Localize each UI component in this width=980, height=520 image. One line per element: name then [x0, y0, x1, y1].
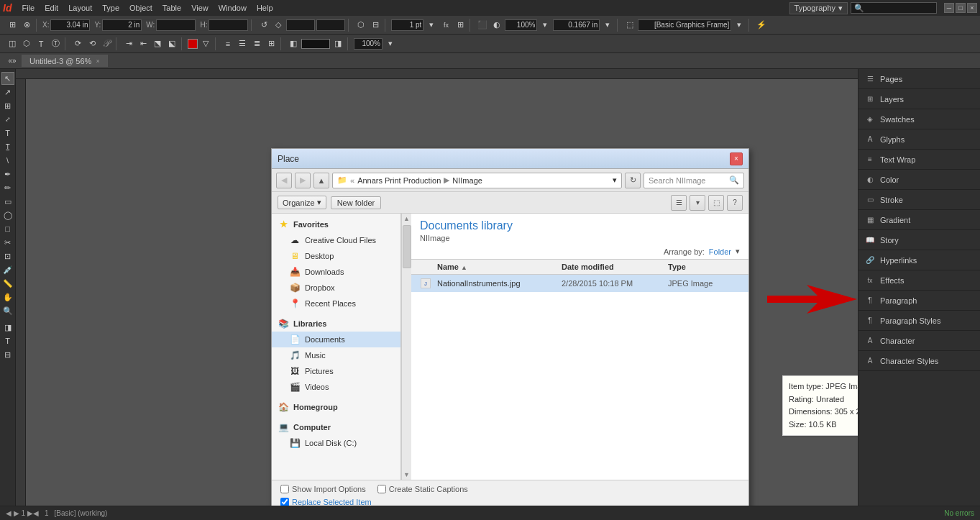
- sidebar-local-disk[interactable]: 💾 Local Disk (C:): [272, 435, 400, 451]
- replace-selected-checkbox[interactable]: [280, 498, 289, 506]
- view-help-button[interactable]: ?: [727, 195, 743, 211]
- tab-close-btn[interactable]: ×: [96, 58, 99, 65]
- panel-pages[interactable]: ☰ Pages: [858, 69, 980, 89]
- col-date-header[interactable]: Date modified: [562, 263, 662, 271]
- dialog-close-button[interactable]: ×: [730, 152, 743, 165]
- sidebar-scrollbar[interactable]: ▲ ▼: [401, 214, 411, 480]
- tool-type-vertical[interactable]: T̲: [1, 140, 14, 153]
- tool-rect[interactable]: □: [1, 222, 14, 235]
- search-box[interactable]: 🔍: [851, 2, 937, 14]
- tb2-icon3[interactable]: T: [35, 37, 47, 50]
- tool-fill-stroke[interactable]: ◨: [1, 321, 14, 334]
- tb2-align1[interactable]: ≡: [221, 37, 234, 50]
- menu-window[interactable]: Window: [214, 2, 251, 14]
- sidebar-music[interactable]: 🎵 Music: [272, 347, 400, 363]
- align-icon[interactable]: ⊟: [369, 19, 382, 32]
- tb2-zoom-dropdown[interactable]: ▾: [384, 37, 397, 50]
- file-row[interactable]: J NationalInstruments.jpg 2/28/2015 10:1…: [411, 275, 748, 292]
- nav-forward-button[interactable]: ▶: [295, 173, 311, 188]
- tool-scissor[interactable]: ✂: [1, 236, 14, 249]
- view-list-arrow[interactable]: ▾: [690, 195, 705, 211]
- tool-pen[interactable]: ✒: [1, 168, 14, 181]
- y-input[interactable]: [102, 19, 142, 31]
- menu-view[interactable]: View: [187, 2, 213, 14]
- tool-ellipse-frame[interactable]: ◯: [1, 209, 14, 222]
- menu-layout[interactable]: Layout: [64, 2, 96, 14]
- tool-line[interactable]: \: [1, 154, 14, 167]
- tb2-align2[interactable]: ☰: [236, 37, 249, 50]
- lightning-icon[interactable]: ⚡: [755, 19, 768, 32]
- tool-measure[interactable]: 📏: [1, 277, 14, 290]
- scroll-thumb[interactable]: [403, 225, 411, 268]
- scroll-down[interactable]: ▼: [403, 471, 410, 478]
- panel-text-wrap[interactable]: ≡ Text Wrap: [858, 150, 980, 170]
- tb2-spacing3[interactable]: ⬔: [151, 37, 164, 50]
- tb2-align4[interactable]: ⊞: [265, 37, 278, 50]
- col-name-header[interactable]: Name ▲: [437, 263, 556, 271]
- menu-file[interactable]: File: [17, 2, 39, 14]
- tool-rect-frame[interactable]: ▭: [1, 195, 14, 208]
- panel-stroke[interactable]: ▭ Stroke: [858, 190, 980, 210]
- menu-object[interactable]: Object: [125, 2, 157, 14]
- tool-eyedropper[interactable]: 💉: [1, 263, 14, 276]
- tool-free-transform[interactable]: ⊡: [1, 250, 14, 263]
- stroke-dropdown-icon[interactable]: ▾: [425, 19, 438, 32]
- nav-back-button[interactable]: ◀: [276, 173, 292, 188]
- breadcrumb-dropdown[interactable]: ▾: [613, 175, 617, 185]
- panel-color[interactable]: ◐ Color: [858, 170, 980, 190]
- tb2-spacing2[interactable]: ⇤: [137, 37, 150, 50]
- panel-layers[interactable]: ⊞ Layers: [858, 89, 980, 109]
- status-page-nav[interactable]: ◀ ▶ 1 ▶◀: [6, 509, 39, 517]
- sidebar-pictures[interactable]: 🖼 Pictures: [272, 363, 400, 379]
- toolbar-icon-select[interactable]: ⊞: [6, 19, 19, 32]
- tb2-icon2[interactable]: ⬡: [20, 37, 33, 50]
- measure-input[interactable]: [553, 19, 600, 31]
- tb2-stroke-left[interactable]: ◧: [287, 37, 300, 50]
- sidebar-recent-places[interactable]: 📍 Recent Places: [272, 296, 400, 311]
- arrange-value[interactable]: Folder: [709, 247, 731, 256]
- misc-icon2[interactable]: ◐: [490, 19, 503, 32]
- arrange-dropdown[interactable]: ▾: [736, 247, 740, 256]
- tool-direct-select[interactable]: ↗: [1, 86, 14, 99]
- percent-input[interactable]: [505, 19, 537, 31]
- panel-glyphs[interactable]: A Glyphs: [858, 129, 980, 150]
- panel-paragraph-styles[interactable]: ¶ Paragraph Styles: [858, 311, 980, 331]
- nav-refresh-button[interactable]: ↻: [625, 173, 641, 188]
- tb2-spacing1[interactable]: ⇥: [122, 37, 135, 50]
- arrange-icon[interactable]: ⬡: [354, 19, 367, 32]
- sidebar-downloads[interactable]: 📥 Downloads: [272, 264, 400, 280]
- percent-dropdown[interactable]: ▾: [539, 19, 551, 32]
- panel-toggle[interactable]: «»: [6, 55, 19, 68]
- breadcrumb-bar[interactable]: 📁 « Annars Print Production ▶ NIImage ▾: [332, 173, 622, 188]
- tb2-spacing4[interactable]: ⬕: [165, 37, 178, 50]
- sidebar-desktop[interactable]: 🖥 Desktop: [272, 248, 400, 264]
- organize-button[interactable]: Organize ▾: [278, 196, 326, 209]
- dialog-search-field[interactable]: Search NIImage 🔍: [644, 173, 744, 188]
- tb2-icon1[interactable]: ◫: [6, 37, 19, 50]
- shear-input[interactable]: [316, 19, 345, 31]
- frame-dropdown[interactable]: ▾: [733, 19, 746, 32]
- menu-edit[interactable]: Edit: [40, 2, 63, 14]
- tb2-align3[interactable]: ≣: [250, 37, 263, 50]
- toolbar-icon-transform[interactable]: ⊗: [20, 19, 33, 32]
- tool-hand[interactable]: ✋: [1, 291, 14, 304]
- effects-btn[interactable]: ⊞: [454, 19, 467, 32]
- tb2-icon7[interactable]: 𝒫: [100, 37, 113, 50]
- rotate-icon[interactable]: ↺: [257, 19, 270, 32]
- shear-icon[interactable]: ◇: [272, 19, 285, 32]
- tb2-color1[interactable]: [188, 39, 198, 49]
- close-button[interactable]: ×: [967, 3, 977, 13]
- panel-gradient[interactable]: ▦ Gradient: [858, 210, 980, 230]
- panel-hyperlinks[interactable]: 🔗 Hyperlinks: [858, 250, 980, 270]
- create-captions-checkbox[interactable]: [377, 485, 386, 493]
- h-input[interactable]: [209, 19, 248, 31]
- typography-dropdown[interactable]: Typography ▾: [789, 2, 848, 14]
- tab-document[interactable]: Untitled-3 @ 56% ×: [22, 55, 108, 67]
- x-input[interactable]: [50, 19, 90, 31]
- tool-select[interactable]: ↖: [1, 72, 14, 85]
- panel-effects[interactable]: fx Effects: [858, 270, 980, 291]
- measure-dropdown[interactable]: ▾: [601, 19, 614, 32]
- tool-pencil[interactable]: ✏: [1, 181, 14, 194]
- panel-story[interactable]: 📖 Story: [858, 230, 980, 250]
- sidebar-documents[interactable]: 📄 Documents: [272, 332, 400, 347]
